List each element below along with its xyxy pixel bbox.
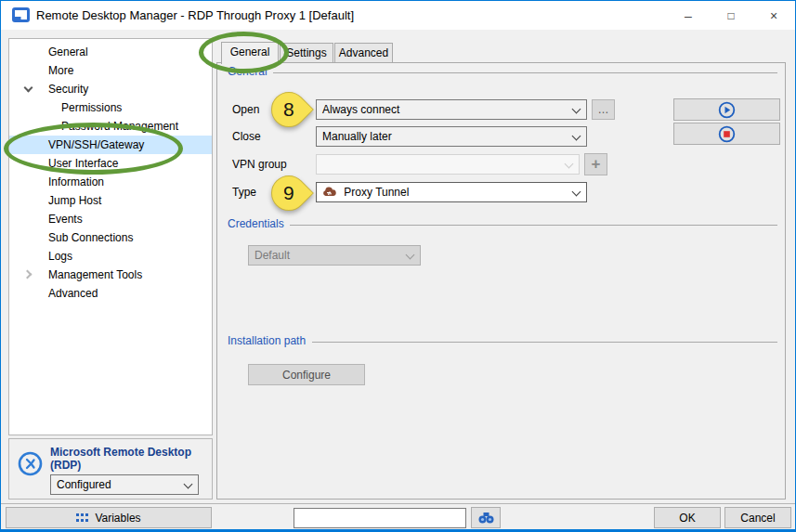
variables-grid-icon (76, 513, 89, 523)
cancel-button-label: Cancel (740, 512, 775, 525)
remote-desktop-manager-window: Remote Desktop Manager - RDP Through Pro… (0, 0, 796, 532)
maximize-button[interactable]: □ (710, 1, 752, 30)
group-separator (273, 72, 777, 73)
sidebar-item-label: Security (48, 83, 88, 96)
open-value: Always connect (322, 103, 399, 116)
window-title: Remote Desktop Manager - RDP Through Pro… (36, 8, 354, 22)
open-dropdown[interactable]: Always connect (316, 99, 587, 120)
configure-button[interactable]: Configure (248, 364, 365, 385)
close-icon: × (770, 9, 777, 22)
maximize-icon: □ (727, 10, 734, 21)
footer-bar: Variables OK Cancel (1, 503, 795, 530)
search-input[interactable] (294, 508, 466, 528)
group-separator (312, 342, 777, 343)
tab-advanced[interactable]: Advanced (334, 43, 393, 63)
sidebar-item-vpn-ssh-gateway[interactable]: VPN/SSH/Gateway (9, 136, 212, 154)
chevron-down-icon (404, 250, 417, 263)
sidebar-item-jump-host[interactable]: Jump Host (9, 191, 212, 210)
sidebar-item-permissions[interactable]: Permissions (9, 98, 212, 117)
connection-type-panel: Microsoft Remote Desktop (RDP) Configure… (8, 438, 213, 500)
configure-button-label: Configure (282, 369, 331, 382)
chevron-down-icon (182, 479, 195, 492)
configured-value: Configured (57, 478, 111, 491)
proxy-tunnel-icon (322, 187, 336, 198)
group-title-credentials: Credentials (228, 217, 288, 230)
plus-icon: + (592, 155, 601, 174)
vpn-group-add-button[interactable]: + (584, 153, 607, 175)
play-icon (718, 101, 736, 119)
sidebar-item-user-interface[interactable]: User Interface (9, 154, 212, 173)
close-dropdown[interactable]: Manually later (316, 126, 587, 147)
titlebar: Remote Desktop Manager - RDP Through Pro… (1, 1, 795, 30)
ellipsis-icon: … (598, 103, 609, 116)
rdp-icon (18, 451, 43, 476)
cancel-button[interactable]: Cancel (724, 507, 791, 528)
type-dropdown[interactable]: Proxy Tunnel (316, 182, 587, 202)
group-title-general: General (228, 65, 271, 78)
chevron-down-icon (570, 104, 583, 117)
ok-button[interactable]: OK (654, 507, 721, 528)
group-separator (290, 225, 777, 226)
navigation-tree: General More Security Permissions Passwo… (8, 38, 213, 435)
configured-dropdown[interactable]: Configured (50, 474, 199, 495)
variables-button-label: Variables (95, 512, 140, 525)
tab-general[interactable]: General (221, 42, 279, 64)
sidebar-item-sub-connections[interactable]: Sub Connections (9, 228, 212, 247)
ok-button-label: OK (679, 512, 695, 525)
binoculars-icon (478, 512, 494, 524)
sidebar-item-events[interactable]: Events (9, 210, 212, 228)
stop-icon (718, 125, 736, 143)
chevron-right-icon[interactable] (23, 270, 33, 279)
window-controls: – □ × (667, 1, 795, 30)
open-label: Open (232, 99, 259, 120)
sidebar-item-management-tools[interactable]: Management Tools (9, 266, 212, 284)
tab-content-panel: General Open Always connect … Close Manu… (216, 62, 786, 500)
sidebar-item-label: Management Tools (48, 268, 142, 281)
open-more-button[interactable]: … (592, 99, 615, 120)
sidebar-item-information[interactable]: Information (9, 173, 212, 191)
annotation-step-9-number: 9 (283, 182, 294, 204)
chevron-down-icon (570, 187, 583, 200)
credentials-dropdown: Default (248, 245, 421, 266)
sidebar-item-advanced[interactable]: Advanced (9, 284, 212, 303)
close-button[interactable]: × (752, 1, 795, 30)
stop-button[interactable] (673, 123, 780, 145)
sidebar-item-more[interactable]: More (9, 61, 212, 80)
vpn-group-dropdown (316, 154, 580, 175)
close-label: Close (232, 126, 261, 147)
annotation-step-8-number: 8 (283, 98, 294, 121)
minimize-icon: – (685, 9, 692, 22)
minimize-button[interactable]: – (667, 1, 710, 30)
chevron-down-icon (563, 159, 576, 172)
vpn-group-label: VPN group (232, 154, 287, 175)
credentials-value: Default (254, 249, 290, 262)
app-monitor-icon (12, 7, 30, 23)
chevron-down-icon[interactable] (24, 84, 33, 93)
group-title-installation-path: Installation path (228, 334, 309, 347)
variables-button[interactable]: Variables (6, 507, 212, 528)
connection-type-title: Microsoft Remote Desktop (RDP) (50, 446, 206, 472)
type-value: Proxy Tunnel (344, 186, 409, 199)
chevron-down-icon (570, 131, 583, 144)
sidebar-item-logs[interactable]: Logs (9, 247, 212, 266)
close-value: Manually later (322, 130, 392, 143)
type-label: Type (232, 182, 256, 202)
sidebar-item-password-management[interactable]: Password Management (9, 117, 212, 136)
play-button[interactable] (673, 98, 780, 121)
search-button[interactable] (471, 507, 501, 528)
tab-settings[interactable]: Settings (280, 43, 333, 63)
sidebar-item-general[interactable]: General (9, 43, 212, 61)
sidebar-item-security[interactable]: Security (9, 80, 212, 98)
